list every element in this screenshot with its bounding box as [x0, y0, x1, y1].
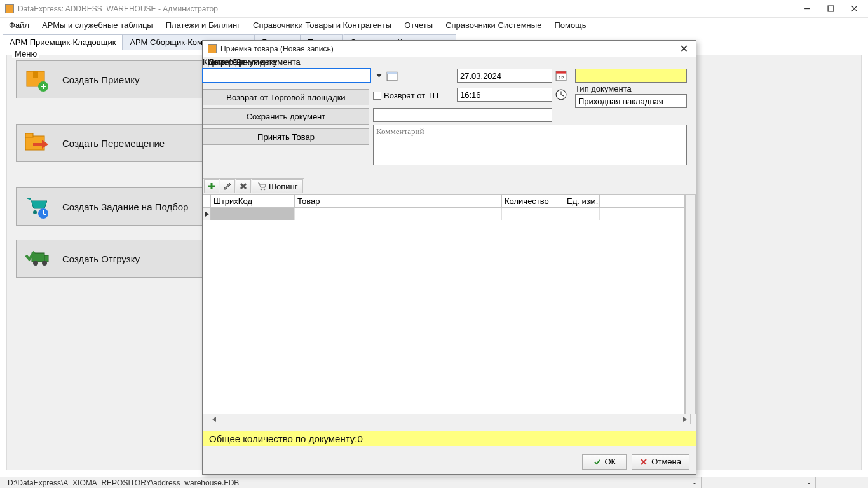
menu-group-label: Меню — [12, 49, 39, 50]
menu-reports[interactable]: Отчеты — [398, 18, 439, 33]
window-titlebar: DataExpress: ADDRESS_WAREHOUSE - Админис… — [0, 0, 868, 18]
dialog-title: Приемка товара (Новая запись) — [220, 44, 677, 50]
menu-help[interactable]: Помощь — [548, 18, 592, 33]
tab-receiver[interactable]: АРМ Приемщик-Кладовщик — [3, 34, 123, 50]
menubar: Файл АРМы и служебные таблицы Платежи и … — [0, 18, 868, 33]
menu-goods-ref[interactable]: Справочники Товары и Контрагенты — [247, 18, 398, 33]
window-title: DataExpress: ADDRESS_WAREHOUSE - Админис… — [18, 4, 801, 13]
menu-payments[interactable]: Платежи и Биллинг — [159, 18, 247, 33]
menu-arm-tables[interactable]: АРМы и служебные таблицы — [36, 18, 159, 33]
dialog-close-button[interactable] — [677, 43, 691, 50]
receipt-dialog: Приемка товара (Новая запись) Контрагент… — [202, 40, 696, 50]
app-icon — [5, 4, 14, 13]
menu-file[interactable]: Файл — [3, 18, 36, 33]
maximize-button[interactable] — [825, 3, 837, 15]
dialog-icon — [208, 44, 217, 50]
window-controls — [801, 3, 860, 15]
svg-rect-1 — [828, 6, 834, 11]
close-button[interactable] — [848, 3, 860, 15]
menu-system-ref[interactable]: Справочники Системные — [439, 18, 548, 33]
dialog-titlebar: Приемка товара (Новая запись) — [203, 41, 696, 50]
minimize-button[interactable] — [801, 3, 813, 15]
